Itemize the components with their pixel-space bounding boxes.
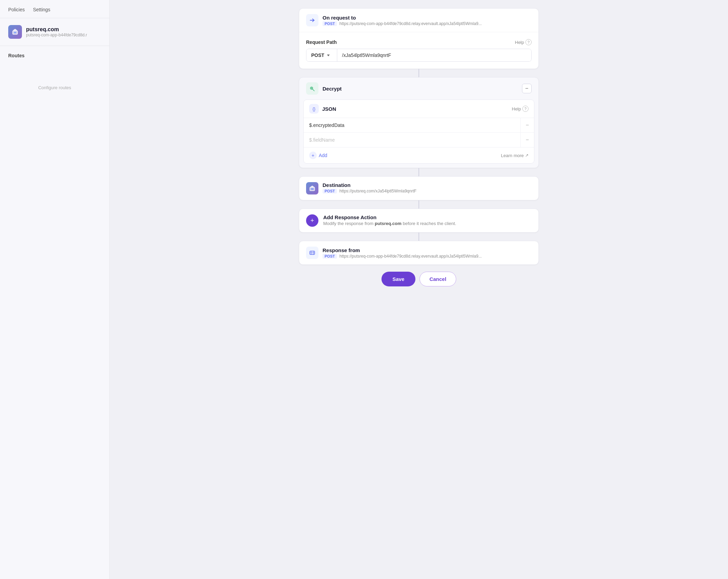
svg-rect-6 [311, 188, 313, 190]
add-button[interactable]: + Add [309, 152, 327, 159]
add-row: + Add Learn more ↗ [304, 147, 534, 163]
add-response-title: Add Response Action [323, 214, 456, 220]
save-button[interactable]: Save [381, 272, 415, 286]
decrypt-header-left: Decrypt [306, 82, 342, 95]
request-url: https://putsreq-com-app-b44fde79cd8d.rel… [339, 21, 482, 26]
decrypt-header: Decrypt − [299, 78, 538, 99]
request-path-help[interactable]: Help ? [515, 39, 532, 45]
json-section: {} JSON Help ? − − [303, 99, 534, 164]
destination-url: https://putsreq.com/xJa54lptl5Wmla9qnrtF [339, 189, 416, 193]
connector-1 [299, 69, 539, 77]
decrypt-card: Decrypt − {} JSON Help ? [299, 77, 539, 168]
json-field-1-input[interactable] [304, 118, 520, 132]
destination-card: Destination POST https://putsreq.com/xJa… [299, 176, 539, 200]
destination-info: Destination POST https://putsreq.com/xJa… [299, 177, 538, 200]
learn-more-link[interactable]: Learn more ↗ [501, 153, 529, 158]
request-card: On request to POST https://putsreq-com-a… [299, 8, 539, 69]
brand-id: putsreq-com-app-b44fde79cd8d.r [26, 33, 87, 37]
json-field-1-remove[interactable]: − [520, 118, 534, 132]
connector-3 [299, 200, 539, 209]
add-response-icon: + [306, 214, 318, 227]
brand-icon [8, 25, 22, 39]
destination-subtitle: POST https://putsreq.com/xJa54lptl5Wmla9… [323, 189, 416, 193]
sidebar: Policies Settings putsreq.com putsreq-co… [0, 0, 110, 579]
response-from-subtitle: POST https://putsreq-com-app-b44fde79cd8… [323, 254, 482, 259]
brand-name: putsreq.com [26, 26, 87, 33]
request-method: POST [323, 21, 337, 26]
help-icon: ? [525, 39, 532, 45]
sidebar-item-policies[interactable]: Policies [8, 7, 25, 12]
add-response-text: Add Response Action Modify the response … [323, 214, 456, 226]
chevron-down-icon [327, 55, 330, 56]
connector-4 [299, 233, 539, 241]
response-from-url: https://putsreq-com-app-b44fde79cd8d.rel… [339, 254, 482, 259]
main-content: On request to POST https://putsreq-com-a… [110, 0, 728, 579]
connector-line-1 [418, 69, 419, 77]
request-path-section: Request Path Help ? POST [299, 32, 538, 69]
json-field-2: − [304, 133, 534, 147]
json-header-left: {} JSON [309, 104, 336, 114]
json-help[interactable]: Help ? [512, 106, 529, 112]
learn-more-text: Learn more [501, 153, 524, 158]
routes-title: Routes [8, 53, 101, 58]
connector-2 [299, 168, 539, 176]
response-from-icon [306, 247, 318, 259]
path-input-row: POST [306, 49, 532, 62]
bottom-actions: Save Cancel [299, 265, 539, 290]
pipeline: On request to POST https://putsreq-com-a… [299, 8, 539, 290]
request-title: On request to [323, 15, 482, 21]
connector-line-3 [418, 200, 419, 209]
destination-title: Destination [323, 182, 416, 188]
decrypt-remove-btn[interactable]: − [522, 84, 532, 93]
external-link-icon: ↗ [525, 153, 529, 158]
sidebar-nav: Policies Settings [0, 0, 109, 18]
request-subtitle: POST https://putsreq-com-app-b44fde79cd8… [323, 21, 482, 26]
json-icon: {} [309, 104, 319, 114]
method-value: POST [311, 52, 324, 58]
connector-line-4 [418, 233, 419, 241]
brand-section: putsreq.com putsreq-com-app-b44fde79cd8d… [0, 18, 109, 46]
destination-text: Destination POST https://putsreq.com/xJa… [323, 182, 416, 193]
response-from-method: POST [323, 254, 337, 259]
svg-marker-1 [13, 29, 17, 31]
routes-section: Routes Configure routes [0, 46, 109, 119]
brand-info: putsreq.com putsreq-com-app-b44fde79cd8d… [26, 26, 87, 37]
decrypt-icon [306, 82, 318, 95]
response-from-info: Response from POST https://putsreq-com-a… [323, 247, 482, 259]
sidebar-item-settings[interactable]: Settings [33, 7, 50, 12]
svg-rect-2 [14, 32, 16, 33]
decrypt-title: Decrypt [323, 86, 342, 92]
add-icon: + [309, 152, 317, 159]
add-label: Add [319, 153, 327, 158]
request-icon [306, 14, 318, 26]
connector-line-2 [418, 168, 419, 176]
response-from-title: Response from [323, 247, 482, 253]
destination-icon [306, 182, 318, 194]
method-select[interactable]: POST [306, 49, 337, 61]
request-path-label: Request Path [306, 39, 337, 45]
request-info: On request to POST https://putsreq-com-a… [323, 15, 482, 26]
response-from-card: Response from POST https://putsreq-com-a… [299, 241, 539, 265]
routes-empty: Configure routes [8, 64, 101, 112]
request-header: On request to POST https://putsreq-com-a… [299, 9, 538, 32]
json-field-1: − [304, 118, 534, 133]
json-header: {} JSON Help ? [304, 100, 534, 118]
cancel-button[interactable]: Cancel [420, 272, 456, 286]
response-from-header: Response from POST https://putsreq-com-a… [299, 241, 538, 264]
json-title: JSON [322, 106, 336, 112]
add-response-subtitle-suffix: before it reaches the client. [401, 221, 456, 226]
add-response-subtitle-prefix: Modify the response from [323, 221, 375, 226]
add-response-brand: putsreq.com [375, 221, 401, 226]
add-response-card[interactable]: + Add Response Action Modify the respons… [299, 209, 539, 233]
svg-marker-5 [310, 186, 315, 187]
path-input[interactable] [337, 49, 531, 61]
request-path-label-row: Request Path Help ? [306, 39, 532, 45]
add-response-subtitle: Modify the response from putsreq.com bef… [323, 221, 456, 226]
json-help-icon: ? [522, 106, 529, 112]
json-field-2-remove[interactable]: − [520, 133, 534, 147]
json-field-2-input[interactable] [304, 133, 520, 147]
destination-method: POST [323, 189, 337, 193]
